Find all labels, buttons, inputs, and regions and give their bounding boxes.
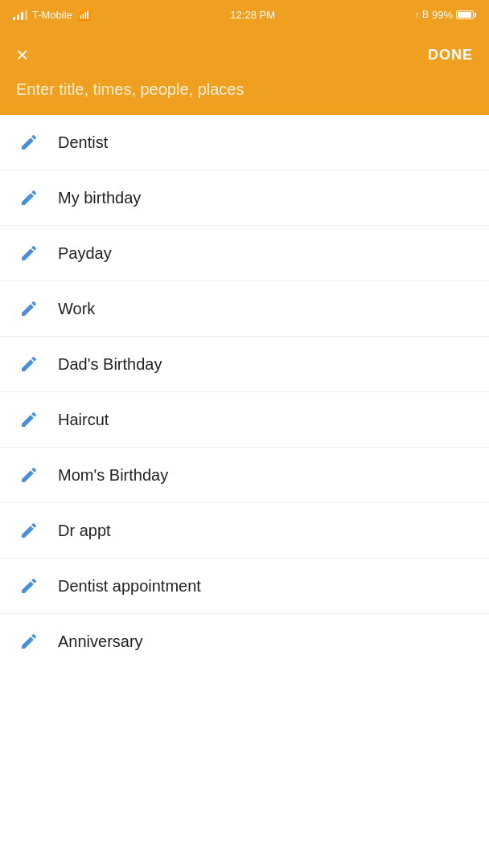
item-label-anniversary: Anniversary [58,633,143,651]
carrier-label: T-Mobile [32,9,72,21]
edit-icon [16,129,42,155]
list-item-anniversary[interactable]: Anniversary [0,614,489,669]
battery-icon [456,10,476,19]
location-icon: ↑ [414,10,419,19]
status-right: ↑ B 99% [414,9,476,21]
edit-icon [16,185,42,211]
edit-icon [16,518,42,543]
list-item-moms-birthday[interactable]: Mom's Birthday [0,448,489,503]
list-item-haircut[interactable]: Haircut [0,392,489,448]
list-item-work[interactable]: Work [0,281,489,337]
item-label-moms-birthday: Mom's Birthday [58,466,168,485]
item-label-dr-appt: Dr appt [58,522,111,540]
wifi-icon: 📶 [77,8,91,21]
edit-icon [16,462,42,488]
close-button[interactable]: × [16,44,28,65]
item-label-dads-birthday: Dad's Birthday [58,355,162,374]
calendar-list: Dentist My birthday Payday Work [0,115,489,669]
item-label-haircut: Haircut [58,411,109,429]
status-left: T-Mobile 📶 [13,8,91,21]
edit-icon [16,573,42,599]
edit-icon [16,628,42,654]
list-item-dads-birthday[interactable]: Dad's Birthday [0,337,489,392]
done-button[interactable]: DONE [428,47,473,63]
status-time: 12:28 PM [230,9,275,21]
item-label-dentist-appointment: Dentist appointment [58,577,201,596]
item-label-dentist: Dentist [58,133,108,152]
signal-bars-icon [13,9,27,20]
search-area: Enter title, times, people, places [0,80,489,115]
list-item-dentist-appointment[interactable]: Dentist appointment [0,559,489,614]
bluetooth-icon: B [422,9,429,20]
item-label-my-birthday: My birthday [58,189,141,207]
list-item-dentist[interactable]: Dentist [0,115,489,170]
list-item-dr-appt[interactable]: Dr appt [0,503,489,559]
item-label-payday: Payday [58,244,112,263]
edit-icon [16,240,42,266]
edit-icon [16,407,42,432]
edit-icon [16,296,42,321]
status-bar: T-Mobile 📶 12:28 PM ↑ B 99% [0,0,489,29]
app-header: × DONE [0,29,489,80]
edit-icon [16,351,42,377]
search-placeholder[interactable]: Enter title, times, people, places [16,80,473,99]
list-item-my-birthday[interactable]: My birthday [0,170,489,226]
battery-percent: 99% [432,9,453,21]
item-label-work: Work [58,300,95,318]
list-item-payday[interactable]: Payday [0,226,489,281]
